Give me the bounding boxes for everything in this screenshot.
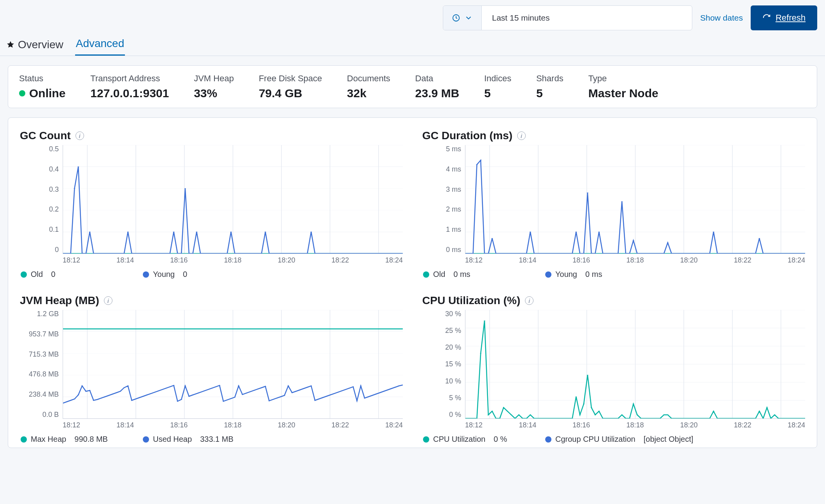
- svg-point-133: [173, 232, 174, 232]
- legend-item[interactable]: Max Heap 990.8 MB: [21, 435, 122, 444]
- time-range-label[interactable]: Last 15 minutes: [482, 6, 692, 30]
- info-icon[interactable]: i: [525, 296, 534, 305]
- svg-point-444: [230, 329, 232, 329]
- svg-point-111: [89, 232, 90, 232]
- svg-point-521: [181, 399, 182, 399]
- svg-point-551: [295, 391, 297, 392]
- svg-point-432: [184, 329, 186, 329]
- svg-point-546: [276, 398, 277, 398]
- svg-point-558: [322, 397, 323, 398]
- stat-status: Status Online: [19, 74, 65, 100]
- svg-point-445: [234, 329, 235, 329]
- legend-swatch-icon: [143, 271, 149, 278]
- svg-point-556: [314, 400, 316, 401]
- time-picker-quick[interactable]: [443, 6, 482, 30]
- svg-point-459: [288, 329, 289, 329]
- svg-point-301: [480, 160, 481, 160]
- chart-title: CPU Utilization (%)i: [422, 294, 805, 307]
- svg-point-423: [150, 329, 151, 329]
- svg-point-136: [184, 188, 186, 189]
- svg-point-522: [184, 386, 186, 386]
- chart-legend: Max Heap 990.8 MBUsed Heap 333.1 MB: [20, 435, 403, 444]
- svg-point-601: [491, 411, 493, 411]
- svg-point-374: [758, 238, 760, 238]
- svg-point-415: [119, 329, 121, 329]
- svg-point-468: [322, 329, 323, 329]
- svg-point-530: [215, 387, 216, 387]
- chart-cpu: CPU Utilization (%)i30 %25 %20 %15 %10 %…: [422, 294, 805, 444]
- svg-point-518: [169, 387, 170, 387]
- clock-icon: [452, 14, 460, 22]
- info-icon[interactable]: i: [104, 296, 112, 305]
- legend-item[interactable]: Old 0: [21, 270, 122, 279]
- svg-point-574: [383, 391, 384, 392]
- svg-point-403: [74, 329, 75, 329]
- svg-point-453: [265, 329, 266, 329]
- svg-point-411: [104, 329, 106, 329]
- chart-legend: Old 0Young 0: [20, 270, 403, 279]
- chart-jvm-heap: JVM Heap (MB)i1.2 GB953.7 MB715.3 MB476.…: [20, 294, 403, 444]
- svg-point-498: [93, 400, 94, 401]
- stat-address: Transport Address 127.0.0.1:9301: [90, 74, 169, 100]
- plot-area: [63, 310, 403, 419]
- chart-legend: Old 0 msYoung 0 ms: [422, 270, 805, 279]
- svg-point-512: [146, 395, 148, 395]
- svg-point-456: [276, 329, 277, 329]
- svg-point-464: [307, 329, 308, 329]
- svg-point-314: [530, 232, 531, 232]
- svg-point-440: [215, 329, 216, 329]
- stat-indices: Indices 5: [484, 74, 511, 100]
- svg-point-496: [85, 391, 87, 392]
- chart-title: GC Counti: [20, 130, 403, 142]
- plot-area: [465, 310, 805, 419]
- svg-point-608: [518, 415, 520, 415]
- svg-point-560: [329, 395, 331, 395]
- svg-point-443: [226, 329, 228, 329]
- tab-advanced[interactable]: Advanced: [75, 37, 125, 56]
- svg-point-624: [579, 415, 581, 415]
- svg-point-529: [211, 388, 212, 388]
- refresh-button[interactable]: Refresh: [751, 5, 817, 30]
- svg-point-169: [310, 232, 312, 232]
- svg-point-457: [280, 329, 281, 329]
- svg-point-563: [341, 390, 342, 391]
- y-axis-ticks: 30 %25 %20 %15 %10 %5 %0 %: [422, 310, 465, 419]
- svg-point-467: [318, 329, 319, 329]
- svg-point-623: [575, 397, 577, 397]
- info-icon[interactable]: i: [517, 131, 526, 140]
- svg-point-409: [97, 329, 98, 329]
- legend-swatch-icon: [545, 271, 551, 278]
- legend-item[interactable]: Used Heap 333.1 MB: [143, 435, 244, 444]
- legend-item[interactable]: Young 0 ms: [545, 270, 646, 279]
- legend-item[interactable]: CPU Utilization 0 %: [423, 435, 524, 444]
- svg-point-442: [223, 329, 224, 329]
- legend-item[interactable]: Young 0: [143, 270, 244, 279]
- svg-point-562: [337, 392, 339, 392]
- stat-data: Data 23.9 MB: [415, 74, 459, 100]
- show-dates-link[interactable]: Show dates: [700, 13, 743, 23]
- time-picker[interactable]: Last 15 minutes: [443, 5, 692, 30]
- chart-gc-count: GC Counti0.50.40.30.20.1018:1218:1418:16…: [20, 130, 403, 279]
- stat-disk: Free Disk Space 79.4 GB: [259, 74, 322, 100]
- legend-item[interactable]: Cgroup CPU Utilization [object Object]: [545, 435, 693, 444]
- x-axis-ticks: 18:1218:1418:1618:1818:2018:2218:24: [20, 421, 403, 429]
- svg-point-350: [667, 242, 669, 243]
- svg-point-549: [288, 386, 289, 386]
- svg-point-566: [352, 387, 354, 387]
- svg-point-460: [291, 329, 293, 329]
- svg-point-451: [257, 329, 258, 329]
- legend-item[interactable]: Old 0 ms: [423, 270, 524, 279]
- svg-point-520: [177, 401, 178, 401]
- svg-point-507: [127, 386, 129, 386]
- svg-point-463: [303, 329, 304, 329]
- svg-point-533: [226, 400, 228, 400]
- svg-point-571: [371, 395, 373, 396]
- svg-point-482: [375, 329, 377, 329]
- svg-point-538: [246, 393, 247, 393]
- svg-point-425: [158, 329, 159, 329]
- info-icon[interactable]: i: [75, 131, 84, 140]
- svg-point-431: [181, 329, 182, 329]
- svg-point-332: [598, 232, 600, 232]
- tab-overview[interactable]: Overview: [5, 38, 64, 56]
- svg-point-638: [632, 404, 634, 404]
